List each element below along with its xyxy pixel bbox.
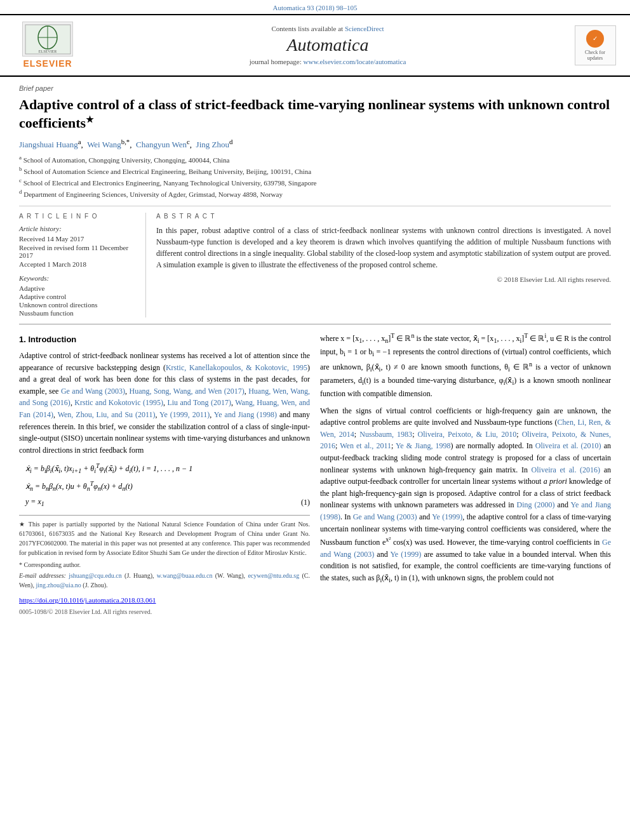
link-ge-wang[interactable]: Ge and Wang (2003) xyxy=(61,387,125,396)
email-huang[interactable]: jshuang@cqu.edu.cn xyxy=(69,572,122,579)
link-nussbaum[interactable]: Nussbaum, 1983 xyxy=(359,430,412,439)
link-wen-zhou[interactable]: Wen, Zhou, Liu, and Su (2011) xyxy=(58,410,156,419)
author-wang[interactable]: Wei Wang xyxy=(87,140,121,149)
doi-link[interactable]: https://doi.org/10.1016/j.automatica.201… xyxy=(19,596,156,604)
email-wang[interactable]: w.wang@buaa.edu.cn xyxy=(157,572,213,579)
author-huang[interactable]: Jiangshuai Huang xyxy=(19,140,78,149)
body-right-col: where x = [x1, . . . , xn]T ∈ ℝn is the … xyxy=(320,331,611,617)
link-oliveira-peixoto[interactable]: Oliveira, Peixoto, & Liu, 2010 xyxy=(418,430,517,439)
main-content: Brief paper Adaptive control of a class … xyxy=(0,76,630,624)
footnote-star-text: ★ This paper is partially supported by t… xyxy=(19,519,310,557)
top-bar: Automatica 93 (2018) 98–105 xyxy=(0,0,630,14)
link-krstic[interactable]: Krstic, Kanellakopoulos, & Kokotovic, 19… xyxy=(166,363,307,372)
article-info-header: A R T I C L E I N F O xyxy=(19,213,137,220)
copyright-line: © 2018 Elsevier Ltd. All rights reserved… xyxy=(156,276,611,283)
history-label: Article history: xyxy=(19,225,137,232)
right-para2: When the signs of virtual control coeffi… xyxy=(320,405,611,585)
homepage-link[interactable]: www.elsevier.com/locate/automatica xyxy=(304,58,406,65)
eq-line1: ẋi = biβi(x̄i, t)xi+1 + θiTφi(x̄i) + di(… xyxy=(25,461,192,476)
badge-label: Check for updates xyxy=(580,50,610,61)
doi-line: https://doi.org/10.1016/j.automatica.201… xyxy=(19,595,310,606)
eq-line3: y = x1 xyxy=(25,496,44,509)
article-info-col: A R T I C L E I N F O Article history: R… xyxy=(19,213,146,317)
abstract-col: A B S T R A C T In this paper, robust ad… xyxy=(156,213,611,317)
body-left-col: 1. Introduction Adaptive control of stri… xyxy=(19,331,310,617)
affiliation-b: b School of Automation Science and Elect… xyxy=(19,165,611,177)
elsevier-name: ELSEVIER xyxy=(23,58,72,69)
right-para1: where x = [x1, . . . , xn]T ∈ ℝn is the … xyxy=(320,331,611,399)
link-ye-jiang2[interactable]: Ye & Jiang, 1998 xyxy=(396,441,451,450)
journal-center: Contents lists available at ScienceDirec… xyxy=(95,25,560,65)
journal-header: ELSEVIER ELSEVIER Contents lists availab… xyxy=(0,14,630,76)
history-item-2: Received in revised form 11 December 201… xyxy=(19,244,137,259)
journal-homepage: journal homepage: www.elsevier.com/locat… xyxy=(95,58,560,65)
affiliations: a School of Automation, Chongqing Univer… xyxy=(19,154,611,200)
link-wen-2011[interactable]: Wen et al., 2011 xyxy=(340,441,391,450)
link-ye[interactable]: Ye (1999, 2011) xyxy=(159,410,210,419)
history-item-1: Received 14 May 2017 xyxy=(19,235,137,243)
link-ding[interactable]: Ding (2000) xyxy=(517,500,555,509)
author-zhou[interactable]: Jing Zhou xyxy=(196,140,229,149)
check-updates-badge: ✓ Check for updates xyxy=(573,25,617,65)
brief-paper-label: Brief paper xyxy=(19,84,611,92)
keyword-4: Nussbaum function xyxy=(19,309,137,317)
abstract-header: A B S T R A C T xyxy=(156,213,611,220)
keyword-2: Adaptive control xyxy=(19,293,137,300)
email-wen[interactable]: ecywen@ntu.edu.sg xyxy=(248,572,299,579)
authors-line: Jiangshuai Huanga, Wei Wangb,*, Changyun… xyxy=(19,138,611,150)
article-title: Adaptive control of a class of strict-fe… xyxy=(19,96,611,133)
link-liu-tong[interactable]: Liu and Tong (2017) xyxy=(167,398,231,407)
issn-line: 0005-1098/© 2018 Elsevier Ltd. All right… xyxy=(19,607,310,617)
link-ye1999[interactable]: Ye (1999) xyxy=(432,512,462,521)
journal-citation: Automatica 93 (2018) 98–105 xyxy=(273,4,358,11)
link-krstic-kok[interactable]: Krstic and Kokotovic (1995) xyxy=(74,398,163,407)
affiliation-c: c School of Electrical and Electronics E… xyxy=(19,177,611,188)
link-ge-wang3[interactable]: Ge and Wang (2003) xyxy=(320,538,611,559)
check-circle-icon: ✓ xyxy=(586,30,604,48)
link-oliveira-2010[interactable]: Oliveira et al. (2010) xyxy=(535,441,601,450)
footnote-section: ★ This paper is partially supported by t… xyxy=(19,515,310,590)
svg-text:ELSEVIER: ELSEVIER xyxy=(38,50,56,53)
affiliation-a: a School of Automation, Chongqing Univer… xyxy=(19,154,611,165)
body-two-col: 1. Introduction Adaptive control of stri… xyxy=(19,331,611,617)
history-item-3: Accepted 1 March 2018 xyxy=(19,260,137,268)
sciencedirect-link[interactable]: ScienceDirect xyxy=(345,25,384,32)
link-ge-wang2[interactable]: Ge and Wang (2003) xyxy=(353,512,417,521)
keywords-label: Keywords: xyxy=(19,274,137,282)
link-ye-jiang[interactable]: Ye and Jiang (1998) xyxy=(214,410,277,419)
info-abstract-section: A R T I C L E I N F O Article history: R… xyxy=(19,206,611,317)
author-wen[interactable]: Changyun Wen xyxy=(136,140,187,149)
link-ye1999b[interactable]: Ye (1999) xyxy=(390,550,421,559)
contents-available: Contents lists available at ScienceDirec… xyxy=(95,25,560,32)
elsevier-logo-image: ELSEVIER xyxy=(22,22,73,57)
eq-num-1: (1) xyxy=(301,497,310,508)
eq-line2: ẋn = bnβn(x, t)u + θnTφn(x) + dn(t) xyxy=(25,479,133,493)
keyword-3: Unknown control directions xyxy=(19,301,137,309)
link-oliveira-2016[interactable]: Oliveira et al. (2016) xyxy=(532,465,600,474)
article-title-row: Adaptive control of a class of strict-fe… xyxy=(19,96,611,133)
journal-title: Automatica xyxy=(95,35,560,55)
elsevier-logo: ELSEVIER ELSEVIER xyxy=(13,22,83,69)
email-zhou[interactable]: jing.zhou@uia.no xyxy=(36,582,81,589)
footnote-corr: * Corresponding author. xyxy=(19,560,310,570)
footnote-email: E-mail addresses: jshuang@cqu.edu.cn (J.… xyxy=(19,571,310,590)
affiliation-d: d Department of Engineering Sciences, Un… xyxy=(19,188,611,199)
badge-inner: ✓ Check for updates xyxy=(575,25,616,65)
section-heading-intro: 1. Introduction xyxy=(19,333,310,346)
link-huang-song[interactable]: Huang, Song, Wang, and Wen (2017) xyxy=(129,387,244,396)
keyword-1: Adaptive xyxy=(19,284,137,292)
intro-para1: Adaptive control of strict-feedback nonl… xyxy=(19,350,310,456)
equation-1: ẋi = biβi(x̄i, t)xi+1 + θiTφi(x̄i) + di(… xyxy=(25,461,310,509)
abstract-text: In this paper, robust adaptive control o… xyxy=(156,225,611,270)
divider xyxy=(19,324,611,324)
title-star: ★ xyxy=(86,115,94,124)
